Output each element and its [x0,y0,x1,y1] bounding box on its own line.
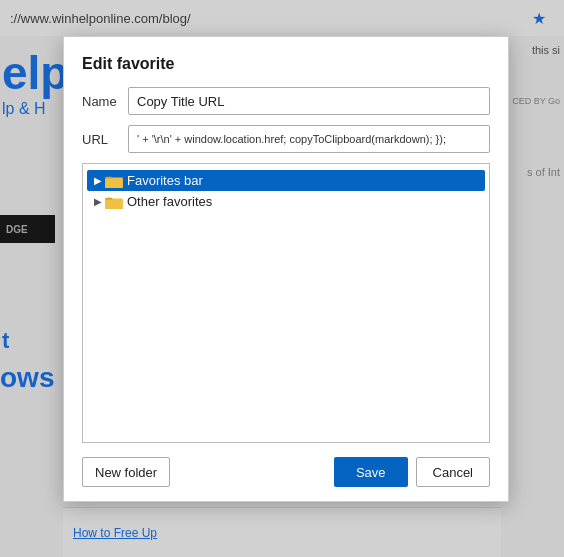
save-button[interactable]: Save [334,457,408,487]
name-input[interactable] [128,87,490,115]
svg-rect-2 [105,178,123,188]
url-input[interactable] [128,125,490,153]
new-folder-button[interactable]: New folder [82,457,170,487]
tree-arrow-other-favorites: ▶ [91,195,105,209]
url-label: URL [82,132,128,147]
favorites-tree[interactable]: ▶ Favorites bar ▶ Other favorites [82,163,490,443]
name-label: Name [82,94,128,109]
url-row: URL [82,125,490,153]
name-row: Name [82,87,490,115]
cancel-button[interactable]: Cancel [416,457,490,487]
tree-arrow-favorites-bar: ▶ [91,174,105,188]
tree-item-favorites-bar[interactable]: ▶ Favorites bar [87,170,485,191]
tree-item-other-favorites[interactable]: ▶ Other favorites [87,191,485,212]
dialog-buttons: New folder Save Cancel [82,457,490,487]
tree-item-label-other-favorites: Other favorites [127,194,212,209]
dialog-title: Edit favorite [82,55,490,73]
folder-icon-favorites-bar [105,174,123,188]
svg-rect-5 [105,199,123,209]
folder-icon-other-favorites [105,195,123,209]
tree-item-label-favorites-bar: Favorites bar [127,173,203,188]
edit-favorite-dialog: Edit favorite Name URL ▶ Favorites bar ▶ [63,36,509,502]
